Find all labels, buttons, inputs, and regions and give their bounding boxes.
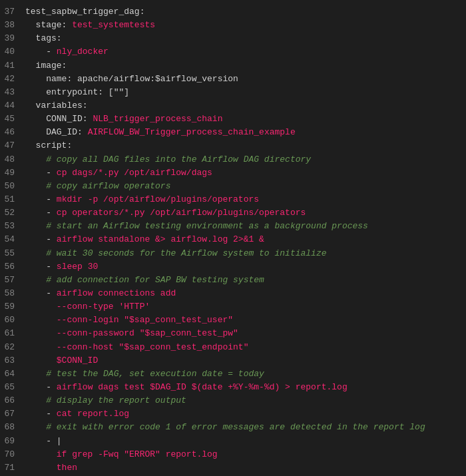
code-block: 37test_sapbw_trigger_dag:38 stage: test_… [0,0,466,476]
token-pink: airflow connections add [57,288,176,298]
token-pink: cp operators/*.py /opt/airflow/plugins/o… [57,208,306,218]
token-ws [25,101,36,111]
code-line: 41 image: [0,59,466,73]
token-key: - [46,208,57,218]
code-line: 47 script: [0,139,466,152]
token-pink: airflow dags test $DAG_ID $(date +%Y-%m-… [57,382,348,392]
code-line: 40 - nly_docker [0,45,466,59]
code-line: 60 --conn-login "$sap_conn_test_user" [0,314,466,327]
line-number: 66 [0,394,25,407]
token-key: entrypoint: [46,87,109,97]
code-line: 45 CONN_ID: NLB_trigger_process_chain [0,113,466,126]
line-content: script: [25,139,466,152]
token-ws [25,288,46,298]
line-number: 52 [0,206,25,220]
token-pink: then [57,463,77,473]
token-comment: # copy airflow operators [46,181,170,191]
code-line: 58 - airflow connections add [0,287,466,300]
line-number: 51 [0,193,25,206]
token-comment: # test the DAG, set execution date = tod… [46,369,264,379]
line-content: - mkdir -p /opt/airflow/plugins/operator… [25,193,466,206]
code-line: 50 # copy airflow operators [0,180,466,193]
line-number: 54 [0,233,25,246]
token-comment: # add connection for SAP BW testing syst… [46,275,264,285]
token-ws [25,208,46,218]
code-line: 46 DAG_ID: AIRFLOW_BW_Trigger_process_ch… [0,126,466,139]
token-key: - [46,234,57,244]
line-content: then [25,461,466,475]
code-line: 37test_sapbw_trigger_dag: [0,5,466,19]
token-pink: airflow standalone &> airflow.log 2>&1 & [57,234,264,244]
token-ws: - [25,47,57,57]
code-line: 44 variables: [0,99,466,113]
line-number: 47 [0,139,25,152]
code-line: 69 - | [0,435,466,448]
token-ws [25,248,46,258]
token-comment: # wait 30 seconds for the Airflow system… [46,248,326,258]
line-number: 64 [0,367,25,381]
token-ws [25,342,57,352]
code-line: 63 $CONN_ID [0,354,466,367]
line-number: 39 [0,32,25,45]
code-line: 71 then [0,461,466,475]
token-pink: nly_docker [57,47,109,57]
line-number: 45 [0,113,25,126]
token-ws [25,74,46,84]
line-number: 70 [0,448,25,461]
token-pink: --conn-type 'HTTP' [57,302,150,312]
token-comment: # display the report output [46,395,186,405]
token-ws [25,127,46,137]
token-key: - [46,288,57,298]
token-pink: cat report.log [57,409,129,419]
line-number: 58 [0,287,25,300]
token-ws [25,449,57,459]
token-key: variables: [36,101,88,111]
token-key: name: [46,74,77,84]
code-line: 68 # exit with error code 1 of error mes… [0,421,466,434]
token-pink: --conn-host "$sap_conn_test_endpoint" [57,342,249,352]
line-content: CONN_ID: NLB_trigger_process_chain [25,113,466,126]
line-content: DAG_ID: AIRFLOW_BW_Trigger_process_chain… [25,126,466,139]
line-content: - cp operators/*.py /opt/airflow/plugins… [25,206,466,220]
code-line: 51 - mkdir -p /opt/airflow/plugins/opera… [0,193,466,206]
token-key: - [46,409,57,419]
line-content: - | [25,435,466,448]
code-line: 57 # add connection for SAP BW testing s… [0,274,466,287]
line-number: 69 [0,435,25,448]
token-key: test_sapbw_trigger_dag: [25,7,144,17]
token-key: stage: [36,20,73,30]
code-line: 64 # test the DAG, set execution date = … [0,367,466,381]
line-number: 63 [0,354,25,367]
line-number: 37 [0,5,25,19]
token-comment: # start an Airflow testing environment a… [46,221,368,231]
token-pink: $CONN_ID [57,356,98,365]
line-number: 43 [0,86,25,99]
token-ws [25,140,36,150]
token-ws [25,422,46,432]
line-content: name: apache/airflow:$airflow_version [25,73,466,86]
line-content: --conn-host "$sap_conn_test_endpoint" [25,341,466,354]
token-pink: AIRFLOW_BW_Trigger_process_chain_example [88,127,296,137]
token-key: - [46,168,57,178]
token-ws [25,356,57,365]
token-ws [25,409,46,419]
token-ws [25,382,46,392]
line-content: # start an Airflow testing environment a… [25,220,466,233]
code-line: 70 if grep -Fwq "ERROR" report.log [0,448,466,461]
line-number: 57 [0,274,25,287]
token-pink: NLB_trigger_process_chain [93,114,222,124]
token-key: script: [36,140,73,150]
code-line: 52 - cp operators/*.py /opt/airflow/plug… [0,206,466,220]
token-pink: --conn-login "$sap_conn_test_user" [57,315,233,325]
line-number: 38 [0,19,25,32]
code-line: 66 # display the report output [0,394,466,407]
line-number: 41 [0,59,25,73]
token-comment: # copy all DAG files into the Airflow DA… [46,154,311,164]
line-number: 48 [0,153,25,166]
line-content: test_sapbw_trigger_dag: [25,5,466,19]
token-ws [25,395,46,405]
token-ws [25,302,57,312]
token-ws [25,463,57,473]
line-content: # display the report output [25,394,466,407]
line-content: - airflow dags test $DAG_ID $(date +%Y-%… [25,381,466,394]
